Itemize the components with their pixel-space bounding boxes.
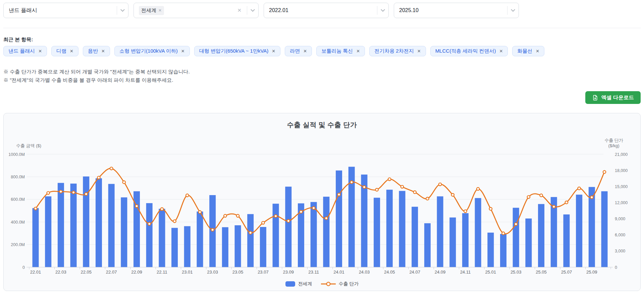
remove-tag-icon[interactable]: ✕ — [38, 49, 42, 54]
line-point-25.03[interactable] — [515, 223, 517, 225]
bar-23.11[interactable] — [311, 202, 317, 267]
line-point-23.07[interactable] — [262, 221, 264, 224]
bar-22.01[interactable] — [33, 208, 39, 267]
recent-item-tag[interactable]: 디램✕ — [51, 46, 78, 56]
recent-item-tag[interactable]: 대형 변압기(650kVA ~ 1만kVA)✕ — [194, 46, 281, 56]
bar-23.05[interactable] — [235, 225, 241, 267]
bar-22.06[interactable] — [96, 178, 102, 267]
bar-25.03[interactable] — [513, 208, 519, 267]
bar-22.02[interactable] — [45, 196, 51, 267]
line-point-24.01[interactable] — [337, 193, 340, 196]
remove-tag-icon[interactable]: ✕ — [181, 49, 185, 54]
clear-selection-icon[interactable]: ✕ — [236, 7, 243, 13]
line-point-23.10[interactable] — [300, 211, 302, 213]
bar-24.10[interactable] — [449, 218, 456, 267]
remove-country-icon[interactable]: ✕ — [158, 8, 162, 13]
period-end-select[interactable]: 2025.10 — [394, 3, 519, 18]
line-point-23.06[interactable] — [249, 231, 252, 234]
recent-item-tag[interactable]: 라면✕ — [285, 46, 312, 56]
product-select[interactable]: 낸드 플래시 — [3, 3, 128, 18]
bar-25.08[interactable] — [576, 195, 582, 267]
bar-25.07[interactable] — [563, 215, 570, 267]
chevron-down-icon[interactable] — [381, 7, 385, 12]
chevron-down-icon[interactable] — [251, 7, 255, 12]
remove-tag-icon[interactable]: ✕ — [499, 49, 503, 54]
line-point-22.07[interactable] — [110, 167, 113, 170]
excel-download-button[interactable]: 엑셀 다운로드 — [585, 91, 641, 104]
recent-item-tag[interactable]: MLCC(적층 세라믹 컨덴서)✕ — [430, 46, 508, 56]
bar-23.12[interactable] — [323, 197, 329, 267]
bar-23.08[interactable] — [273, 204, 279, 267]
bar-22.07[interactable] — [108, 184, 115, 267]
bar-23.02[interactable] — [197, 212, 203, 267]
bar-22.12[interactable] — [171, 228, 178, 267]
recent-item-tag[interactable]: 음반✕ — [83, 46, 110, 56]
chevron-down-icon[interactable] — [120, 7, 125, 12]
recent-item-tag[interactable]: 낸드 플래시✕ — [3, 46, 47, 56]
line-point-23.03[interactable] — [211, 228, 214, 231]
bar-23.07[interactable] — [260, 227, 266, 267]
line-point-23.05[interactable] — [236, 215, 239, 217]
recent-item-tag[interactable]: 소형 변압기(100kVA 이하)✕ — [114, 46, 190, 56]
country-select[interactable]: 전세계 ✕ ✕ — [133, 3, 259, 18]
bar-25.02[interactable] — [500, 234, 506, 267]
line-point-22.11[interactable] — [161, 208, 163, 210]
country-selected-tag[interactable]: 전세계 ✕ — [139, 6, 164, 15]
bar-22.03[interactable] — [58, 183, 64, 267]
line-point-25.02[interactable] — [502, 232, 504, 235]
remove-tag-icon[interactable]: ✕ — [272, 49, 275, 54]
legend-item-world[interactable]: 전세계 — [285, 281, 312, 287]
line-point-23.11[interactable] — [312, 207, 315, 209]
bar-24.12[interactable] — [475, 198, 481, 267]
bar-22.08[interactable] — [121, 197, 127, 267]
bar-24.11[interactable] — [462, 213, 469, 267]
remove-tag-icon[interactable]: ✕ — [303, 49, 307, 54]
remove-tag-icon[interactable]: ✕ — [356, 49, 360, 54]
line-point-23.01[interactable] — [186, 194, 189, 197]
line-point-25.09[interactable] — [590, 196, 593, 198]
bar-25.05[interactable] — [538, 204, 544, 267]
line-point-25.04[interactable] — [527, 195, 530, 198]
line-point-23.02[interactable] — [199, 211, 201, 213]
line-point-25.05[interactable] — [540, 194, 542, 197]
line-point-22.10[interactable] — [148, 223, 151, 225]
bar-22.10[interactable] — [146, 203, 153, 267]
bar-23.04[interactable] — [222, 227, 228, 267]
remove-tag-icon[interactable]: ✕ — [417, 49, 421, 54]
line-point-25.06[interactable] — [552, 205, 555, 208]
line-point-22.01[interactable] — [34, 207, 37, 210]
line-point-23.08[interactable] — [274, 215, 277, 217]
line-point-22.09[interactable] — [135, 205, 138, 208]
bar-23.06[interactable] — [247, 214, 254, 267]
line-point-23.04[interactable] — [224, 215, 226, 217]
chevron-down-icon[interactable] — [511, 7, 515, 12]
line-point-24.07[interactable] — [413, 191, 416, 193]
bar-22.04[interactable] — [70, 184, 77, 267]
line-point-24.08[interactable] — [426, 197, 429, 200]
recent-item-tag[interactable]: 전기차용 2차전지✕ — [369, 46, 426, 56]
line-point-24.10[interactable] — [451, 193, 454, 196]
line-point-25.08[interactable] — [578, 187, 580, 190]
line-point-24.02[interactable] — [350, 181, 353, 183]
legend-item-unit-price[interactable]: 수출 단가 — [321, 281, 359, 287]
line-point-24.06[interactable] — [401, 185, 404, 188]
line-point-23.12[interactable] — [325, 217, 328, 220]
bar-24.06[interactable] — [399, 191, 405, 267]
line-point-22.12[interactable] — [173, 220, 176, 223]
line-point-22.05[interactable] — [85, 193, 88, 195]
line-point-22.03[interactable] — [59, 190, 62, 193]
remove-tag-icon[interactable]: ✕ — [70, 49, 73, 54]
bar-24.04[interactable] — [374, 198, 380, 267]
bar-23.09[interactable] — [285, 187, 291, 267]
line-point-25.01[interactable] — [489, 208, 492, 210]
bar-24.07[interactable] — [412, 207, 418, 267]
bar-24.01[interactable] — [336, 171, 342, 267]
line-point-22.04[interactable] — [72, 191, 75, 194]
period-start-select[interactable]: 2022.01 — [264, 3, 389, 18]
line-point-22.06[interactable] — [97, 176, 100, 179]
line-point-24.03[interactable] — [363, 186, 366, 188]
line-point-22.02[interactable] — [47, 191, 49, 194]
bar-24.08[interactable] — [424, 223, 431, 267]
bar-22.11[interactable] — [159, 209, 165, 267]
bar-24.05[interactable] — [386, 190, 393, 267]
